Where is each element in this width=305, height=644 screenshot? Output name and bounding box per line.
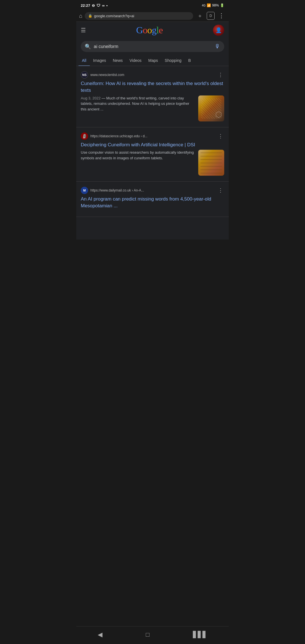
tab-videos[interactable]: Videos: [126, 55, 145, 66]
avatar[interactable]: 👤: [213, 25, 224, 36]
favicon-3: M: [81, 187, 88, 194]
result-source-info-1: NS www.newscientist.com: [81, 71, 124, 79]
search-bar[interactable]: 🔍 ai cuneiform 🎙: [81, 41, 224, 52]
avatar-icon: 👤: [215, 27, 222, 33]
results-container: NS www.newscientist.com ⋮ Cuneiform: How…: [76, 66, 229, 240]
new-tab-button[interactable]: ＋: [195, 12, 204, 19]
tab-count[interactable]: D: [207, 12, 215, 20]
result-snippet-2: Use computer vision to assist researcher…: [81, 150, 195, 161]
status-left: 22:27 ⊖ 🛡 ∞ •: [81, 3, 108, 8]
result-date-1: Aug 3, 2022: [81, 96, 101, 100]
nav-recents-button[interactable]: ▋▋▋: [187, 630, 213, 639]
search-bar-row: 🔍 ai cuneiform 🎙: [76, 39, 229, 55]
status-icon-link: ∞: [102, 3, 104, 8]
google-logo: Google: [136, 25, 163, 36]
microphone-icon[interactable]: 🎙: [215, 43, 220, 50]
result-source-info-2: 🗿 https://datascience.uchicago.edu › d..…: [81, 132, 147, 140]
result-body-row-1: Aug 3, 2022 — Much of the world's first …: [81, 95, 224, 121]
search-icon: 🔍: [85, 43, 91, 50]
source-url-1: www.newscientist.com: [90, 73, 124, 77]
result-more-button-2[interactable]: ⋮: [217, 132, 224, 140]
result-title-2[interactable]: Deciphering Cuneiform with Artificial In…: [81, 142, 224, 148]
result-source-info-3: M https://www.dailymail.co.uk › An-A...: [81, 187, 144, 194]
favicon-2: 🗿: [81, 132, 88, 140]
result-image-2: [198, 150, 224, 176]
status-icon-shield: 🛡: [97, 3, 100, 8]
result-source-row-3: M https://www.dailymail.co.uk › An-A... …: [81, 186, 224, 195]
tab-books[interactable]: B: [185, 55, 194, 66]
home-icon[interactable]: ⌂: [79, 13, 82, 19]
favicon-1: NS: [81, 71, 88, 79]
nav-home-button[interactable]: □: [140, 630, 155, 639]
browser-bar: ⌂ 🔒 google.com/search?q=ai ＋ D ⋮: [76, 10, 229, 22]
result-title-3[interactable]: An AI program can predict missing words …: [81, 196, 224, 209]
search-query[interactable]: ai cuneiform: [94, 44, 212, 49]
result-more-button-3[interactable]: ⋮: [217, 186, 224, 195]
browser-menu-button[interactable]: ⋮: [217, 12, 226, 19]
status-right: 4G 📶 98% 🔋: [202, 3, 224, 7]
result-card-3: M https://www.dailymail.co.uk › An-A... …: [76, 182, 229, 217]
result-body-row-2: Use computer vision to assist researcher…: [81, 150, 224, 176]
battery-icon: 🔋: [220, 3, 224, 7]
status-bar: 22:27 ⊖ 🛡 ∞ • 4G 📶 98% 🔋: [76, 0, 229, 10]
tabs-row: All Images News Videos Maps Shopping B: [76, 55, 229, 66]
result-card-2: 🗿 https://datascience.uchicago.edu › d..…: [76, 127, 229, 182]
status-dot: •: [106, 3, 108, 8]
tab-maps[interactable]: Maps: [145, 55, 161, 66]
network-type: 4G: [202, 4, 206, 7]
url-text: google.com/search?q=ai: [94, 14, 134, 18]
bottom-nav: ◀ □ ▋▋▋: [76, 626, 229, 644]
hamburger-menu-icon[interactable]: ☰: [81, 27, 86, 34]
tab-images[interactable]: Images: [90, 55, 110, 66]
signal-icon: 📶: [207, 3, 211, 7]
status-icon-minus: ⊖: [92, 3, 95, 8]
battery-text: 98%: [212, 3, 219, 7]
source-url-2: https://datascience.uchicago.edu › d...: [90, 134, 147, 138]
result-source-row-2: 🗿 https://datascience.uchicago.edu › d..…: [81, 132, 224, 140]
url-bar[interactable]: 🔒 google.com/search?q=ai: [85, 12, 193, 20]
result-snippet-1: Aug 3, 2022 — Much of the world's first …: [81, 95, 195, 112]
result-more-button-1[interactable]: ⋮: [217, 71, 224, 79]
nav-back-button[interactable]: ◀: [92, 630, 108, 639]
lock-icon: 🔒: [88, 14, 92, 18]
result-source-row-1: NS www.newscientist.com ⋮: [81, 71, 224, 79]
tab-shopping[interactable]: Shopping: [161, 55, 185, 66]
tab-all[interactable]: All: [79, 55, 90, 66]
result-title-1[interactable]: Cuneiform: How AI is revealing the secre…: [81, 80, 224, 94]
result-card-1: NS www.newscientist.com ⋮ Cuneiform: How…: [76, 66, 229, 127]
time: 22:27: [81, 3, 90, 8]
google-header: ☰ Google 👤: [76, 22, 229, 39]
result-image-1: [198, 95, 224, 121]
tab-news[interactable]: News: [109, 55, 126, 66]
source-url-3: https://www.dailymail.co.uk › An-A...: [90, 188, 144, 192]
